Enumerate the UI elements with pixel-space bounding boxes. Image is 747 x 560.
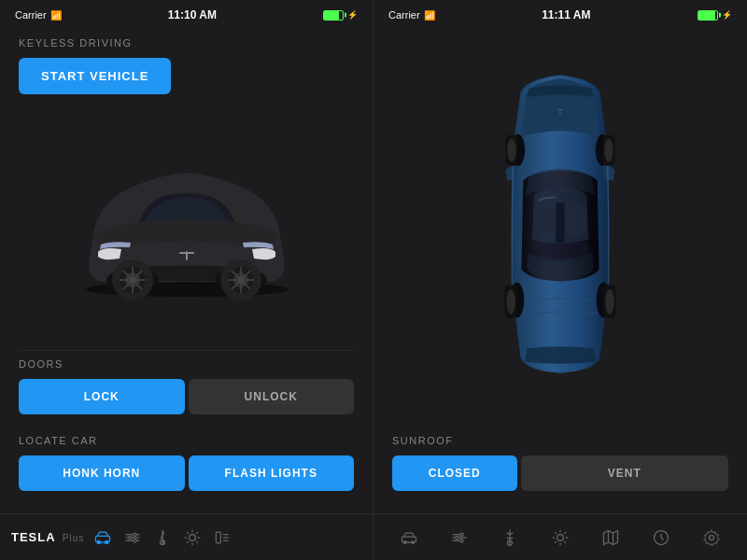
doors-section: DOORS LOCK UNLOCK (19, 358, 354, 426)
bolt-icon-left: ⚡ (347, 10, 358, 20)
wifi-icon-right: 📶 (424, 10, 435, 21)
status-left-left: Carrier 📶 (15, 9, 62, 21)
car-front-svg (65, 142, 308, 301)
nav-controls-icon-left[interactable] (118, 523, 148, 553)
svg-point-26 (134, 539, 136, 541)
nav-controls-icon-right[interactable] (444, 523, 474, 553)
svg-point-34 (190, 534, 196, 540)
right-phone-screen: Carrier 📶 11:11 AM ⚡ (374, 0, 747, 560)
svg-rect-49 (532, 243, 588, 260)
left-content: KEYLESS DRIVING START VEHICLE (0, 26, 373, 513)
svg-point-66 (412, 540, 415, 543)
closed-button[interactable]: CLOSED (392, 455, 517, 491)
battery-fill-right (698, 11, 715, 20)
keyless-label: KEYLESS DRIVING (19, 37, 354, 49)
svg-point-62 (605, 289, 613, 314)
svg-point-65 (404, 540, 407, 543)
nav-menu-icon-left[interactable] (207, 523, 237, 553)
sunroof-label: SUNROOF (392, 435, 728, 446)
car-top-svg: T (467, 66, 654, 384)
status-right-right: ⚡ (698, 10, 732, 21)
svg-line-84 (555, 541, 557, 543)
nav-climate-icon-left[interactable] (148, 523, 177, 553)
sunroof-section: SUNROOF CLOSED VENT (374, 424, 747, 513)
svg-marker-85 (604, 530, 618, 544)
locate-label: LOCATE CAR (19, 435, 354, 446)
status-left-right: Carrier 📶 (388, 9, 435, 21)
honk-button[interactable]: HONK HORN (19, 455, 185, 491)
vent-button[interactable]: VENT (521, 455, 729, 491)
car-top-image: T (374, 26, 747, 424)
locate-buttons: HONK HORN FLASH LIGHTS (19, 455, 354, 491)
svg-line-39 (187, 532, 189, 534)
svg-point-60 (604, 138, 613, 161)
svg-rect-43 (217, 532, 221, 543)
carrier-text-right: Carrier (388, 9, 420, 21)
svg-line-82 (564, 541, 566, 543)
svg-point-69 (460, 539, 463, 541)
nav-map-icon-right[interactable] (596, 523, 626, 553)
bottom-nav-right (374, 513, 747, 560)
svg-point-89 (710, 535, 714, 539)
svg-line-83 (564, 532, 566, 534)
svg-line-41 (196, 532, 198, 534)
time-left: 11:10 AM (168, 8, 217, 21)
svg-point-67 (456, 536, 458, 539)
nav-brightness-icon-left[interactable] (177, 523, 207, 553)
svg-line-40 (196, 541, 198, 543)
wifi-icon-left: 📶 (50, 10, 62, 21)
battery-icon-right (698, 10, 718, 21)
status-bar-right: Carrier 📶 11:11 AM ⚡ (374, 0, 747, 26)
bolt-icon-right: ⚡ (722, 10, 732, 20)
svg-point-23 (106, 540, 108, 543)
sunroof-buttons: CLOSED VENT (392, 455, 728, 491)
left-phone-screen: Carrier 📶 11:10 AM ⚡ KEYLESS DRIVING STA… (0, 0, 374, 560)
svg-line-42 (187, 541, 189, 543)
svg-point-68 (460, 533, 463, 536)
car-front-image (19, 107, 354, 335)
bottom-nav-left: TESLA Plus (0, 513, 373, 560)
nav-climate-icon-right[interactable] (495, 523, 525, 553)
status-right-left: ⚡ (323, 10, 358, 21)
time-right: 11:11 AM (542, 8, 590, 21)
svg-point-22 (97, 540, 100, 543)
nav-history-icon-right[interactable] (646, 523, 676, 553)
nav-brightness-icon-right[interactable] (545, 523, 575, 553)
battery-fill-left (324, 11, 339, 20)
svg-text:T: T (557, 106, 563, 117)
divider-1 (19, 350, 354, 351)
status-bar-left: Carrier 📶 11:10 AM ⚡ (0, 0, 373, 26)
svg-point-76 (557, 534, 564, 540)
keyless-section: KEYLESS DRIVING START VEHICLE (19, 37, 354, 94)
svg-point-25 (134, 533, 136, 536)
svg-line-81 (555, 532, 557, 534)
doors-buttons: LOCK UNLOCK (19, 379, 354, 414)
svg-point-61 (506, 289, 514, 314)
flash-button[interactable]: FLASH LIGHTS (189, 455, 355, 491)
doors-label: DOORS (19, 358, 354, 370)
nav-settings-icon-right[interactable] (697, 523, 726, 553)
svg-rect-2 (186, 251, 188, 260)
nav-car-icon-right[interactable] (394, 523, 424, 553)
locate-section: LOCATE CAR HONK HORN FLASH LIGHTS (19, 435, 354, 502)
lock-button[interactable]: LOCK (19, 379, 185, 414)
svg-point-24 (129, 536, 132, 539)
carrier-text-left: Carrier (15, 9, 47, 21)
battery-icon-left (323, 10, 344, 21)
svg-rect-50 (556, 203, 564, 243)
svg-point-59 (507, 138, 515, 161)
unlock-button[interactable]: UNLOCK (189, 379, 355, 414)
start-vehicle-button[interactable]: START VEHICLE (19, 58, 171, 94)
brand-text: TESLA Plus (11, 530, 84, 544)
nav-car-icon-left[interactable] (88, 523, 118, 553)
